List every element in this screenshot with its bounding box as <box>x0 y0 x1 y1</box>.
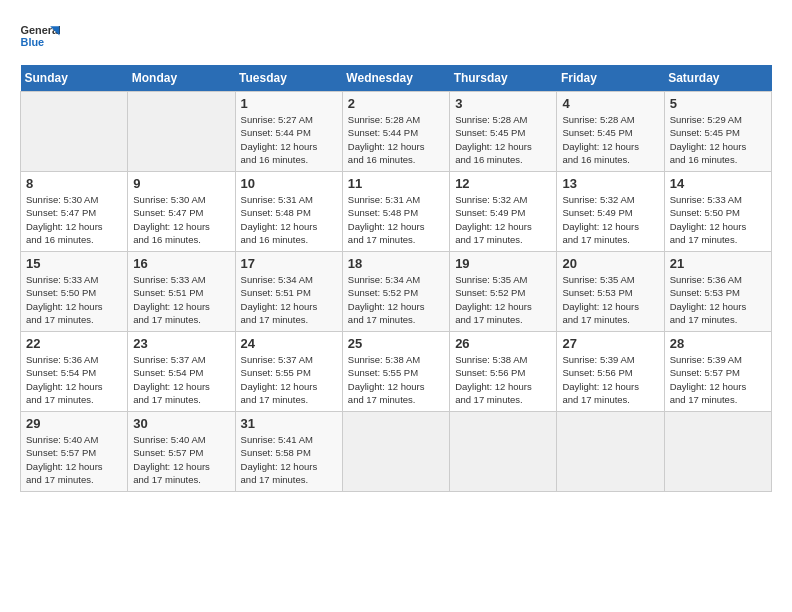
day-number: 16 <box>133 256 229 271</box>
day-info: Sunrise: 5:38 AMSunset: 5:56 PMDaylight:… <box>455 353 551 406</box>
day-info: Sunrise: 5:41 AMSunset: 5:58 PMDaylight:… <box>241 433 337 486</box>
day-info: Sunrise: 5:28 AMSunset: 5:45 PMDaylight:… <box>562 113 658 166</box>
calendar-cell: 9Sunrise: 5:30 AMSunset: 5:47 PMDaylight… <box>128 172 235 252</box>
day-number: 3 <box>455 96 551 111</box>
calendar-cell: 31Sunrise: 5:41 AMSunset: 5:58 PMDayligh… <box>235 412 342 492</box>
day-number: 18 <box>348 256 444 271</box>
day-info: Sunrise: 5:30 AMSunset: 5:47 PMDaylight:… <box>26 193 122 246</box>
day-info: Sunrise: 5:33 AMSunset: 5:50 PMDaylight:… <box>670 193 766 246</box>
day-info: Sunrise: 5:35 AMSunset: 5:53 PMDaylight:… <box>562 273 658 326</box>
day-number: 12 <box>455 176 551 191</box>
calendar-cell: 14Sunrise: 5:33 AMSunset: 5:50 PMDayligh… <box>664 172 771 252</box>
day-info: Sunrise: 5:36 AMSunset: 5:53 PMDaylight:… <box>670 273 766 326</box>
day-number: 15 <box>26 256 122 271</box>
day-number: 23 <box>133 336 229 351</box>
day-info: Sunrise: 5:33 AMSunset: 5:51 PMDaylight:… <box>133 273 229 326</box>
calendar-cell <box>450 412 557 492</box>
day-info: Sunrise: 5:32 AMSunset: 5:49 PMDaylight:… <box>562 193 658 246</box>
day-number: 10 <box>241 176 337 191</box>
day-info: Sunrise: 5:28 AMSunset: 5:45 PMDaylight:… <box>455 113 551 166</box>
calendar-cell: 27Sunrise: 5:39 AMSunset: 5:56 PMDayligh… <box>557 332 664 412</box>
calendar-cell: 20Sunrise: 5:35 AMSunset: 5:53 PMDayligh… <box>557 252 664 332</box>
calendar-cell: 26Sunrise: 5:38 AMSunset: 5:56 PMDayligh… <box>450 332 557 412</box>
calendar-table: SundayMondayTuesdayWednesdayThursdayFrid… <box>20 65 772 492</box>
logo: General Blue <box>20 20 64 55</box>
day-number: 27 <box>562 336 658 351</box>
day-info: Sunrise: 5:40 AMSunset: 5:57 PMDaylight:… <box>26 433 122 486</box>
day-number: 19 <box>455 256 551 271</box>
calendar-cell: 29Sunrise: 5:40 AMSunset: 5:57 PMDayligh… <box>21 412 128 492</box>
day-number: 17 <box>241 256 337 271</box>
day-info: Sunrise: 5:35 AMSunset: 5:52 PMDaylight:… <box>455 273 551 326</box>
calendar-cell: 2Sunrise: 5:28 AMSunset: 5:44 PMDaylight… <box>342 92 449 172</box>
day-number: 8 <box>26 176 122 191</box>
day-number: 25 <box>348 336 444 351</box>
day-info: Sunrise: 5:32 AMSunset: 5:49 PMDaylight:… <box>455 193 551 246</box>
day-info: Sunrise: 5:37 AMSunset: 5:54 PMDaylight:… <box>133 353 229 406</box>
day-number: 1 <box>241 96 337 111</box>
calendar-cell <box>21 92 128 172</box>
day-info: Sunrise: 5:28 AMSunset: 5:44 PMDaylight:… <box>348 113 444 166</box>
day-number: 30 <box>133 416 229 431</box>
calendar-cell <box>128 92 235 172</box>
day-number: 4 <box>562 96 658 111</box>
calendar-cell: 12Sunrise: 5:32 AMSunset: 5:49 PMDayligh… <box>450 172 557 252</box>
day-number: 29 <box>26 416 122 431</box>
weekday-header-wednesday: Wednesday <box>342 65 449 92</box>
day-info: Sunrise: 5:30 AMSunset: 5:47 PMDaylight:… <box>133 193 229 246</box>
calendar-cell <box>557 412 664 492</box>
calendar-cell: 19Sunrise: 5:35 AMSunset: 5:52 PMDayligh… <box>450 252 557 332</box>
weekday-header-saturday: Saturday <box>664 65 771 92</box>
calendar-cell: 11Sunrise: 5:31 AMSunset: 5:48 PMDayligh… <box>342 172 449 252</box>
calendar-cell: 23Sunrise: 5:37 AMSunset: 5:54 PMDayligh… <box>128 332 235 412</box>
day-number: 14 <box>670 176 766 191</box>
day-info: Sunrise: 5:39 AMSunset: 5:57 PMDaylight:… <box>670 353 766 406</box>
weekday-header-thursday: Thursday <box>450 65 557 92</box>
day-info: Sunrise: 5:37 AMSunset: 5:55 PMDaylight:… <box>241 353 337 406</box>
calendar-cell: 3Sunrise: 5:28 AMSunset: 5:45 PMDaylight… <box>450 92 557 172</box>
weekday-header-tuesday: Tuesday <box>235 65 342 92</box>
day-number: 24 <box>241 336 337 351</box>
calendar-cell <box>342 412 449 492</box>
page-header: General Blue <box>20 20 772 55</box>
calendar-cell: 8Sunrise: 5:30 AMSunset: 5:47 PMDaylight… <box>21 172 128 252</box>
day-number: 22 <box>26 336 122 351</box>
day-number: 9 <box>133 176 229 191</box>
calendar-cell: 15Sunrise: 5:33 AMSunset: 5:50 PMDayligh… <box>21 252 128 332</box>
calendar-cell: 22Sunrise: 5:36 AMSunset: 5:54 PMDayligh… <box>21 332 128 412</box>
day-number: 20 <box>562 256 658 271</box>
day-number: 31 <box>241 416 337 431</box>
calendar-cell: 28Sunrise: 5:39 AMSunset: 5:57 PMDayligh… <box>664 332 771 412</box>
day-number: 21 <box>670 256 766 271</box>
svg-text:Blue: Blue <box>21 36 45 48</box>
calendar-cell: 16Sunrise: 5:33 AMSunset: 5:51 PMDayligh… <box>128 252 235 332</box>
calendar-cell: 21Sunrise: 5:36 AMSunset: 5:53 PMDayligh… <box>664 252 771 332</box>
calendar-cell: 30Sunrise: 5:40 AMSunset: 5:57 PMDayligh… <box>128 412 235 492</box>
day-info: Sunrise: 5:38 AMSunset: 5:55 PMDaylight:… <box>348 353 444 406</box>
day-info: Sunrise: 5:31 AMSunset: 5:48 PMDaylight:… <box>241 193 337 246</box>
day-info: Sunrise: 5:31 AMSunset: 5:48 PMDaylight:… <box>348 193 444 246</box>
day-info: Sunrise: 5:29 AMSunset: 5:45 PMDaylight:… <box>670 113 766 166</box>
day-number: 26 <box>455 336 551 351</box>
day-info: Sunrise: 5:34 AMSunset: 5:52 PMDaylight:… <box>348 273 444 326</box>
weekday-header-sunday: Sunday <box>21 65 128 92</box>
calendar-cell: 13Sunrise: 5:32 AMSunset: 5:49 PMDayligh… <box>557 172 664 252</box>
day-number: 28 <box>670 336 766 351</box>
calendar-cell: 1Sunrise: 5:27 AMSunset: 5:44 PMDaylight… <box>235 92 342 172</box>
calendar-cell: 18Sunrise: 5:34 AMSunset: 5:52 PMDayligh… <box>342 252 449 332</box>
calendar-cell: 4Sunrise: 5:28 AMSunset: 5:45 PMDaylight… <box>557 92 664 172</box>
calendar-cell: 10Sunrise: 5:31 AMSunset: 5:48 PMDayligh… <box>235 172 342 252</box>
day-info: Sunrise: 5:40 AMSunset: 5:57 PMDaylight:… <box>133 433 229 486</box>
day-number: 2 <box>348 96 444 111</box>
calendar-cell: 24Sunrise: 5:37 AMSunset: 5:55 PMDayligh… <box>235 332 342 412</box>
day-info: Sunrise: 5:33 AMSunset: 5:50 PMDaylight:… <box>26 273 122 326</box>
weekday-header-monday: Monday <box>128 65 235 92</box>
calendar-cell: 25Sunrise: 5:38 AMSunset: 5:55 PMDayligh… <box>342 332 449 412</box>
day-info: Sunrise: 5:39 AMSunset: 5:56 PMDaylight:… <box>562 353 658 406</box>
day-number: 13 <box>562 176 658 191</box>
calendar-cell: 17Sunrise: 5:34 AMSunset: 5:51 PMDayligh… <box>235 252 342 332</box>
day-number: 5 <box>670 96 766 111</box>
day-info: Sunrise: 5:34 AMSunset: 5:51 PMDaylight:… <box>241 273 337 326</box>
day-number: 11 <box>348 176 444 191</box>
day-info: Sunrise: 5:27 AMSunset: 5:44 PMDaylight:… <box>241 113 337 166</box>
